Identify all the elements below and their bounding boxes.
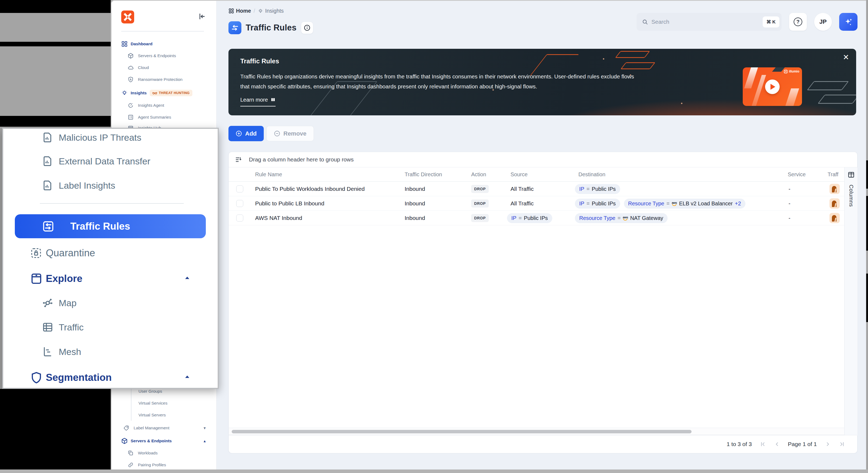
cell-direction: Inbound bbox=[405, 196, 425, 211]
sidebar-item-label: Dashboard bbox=[131, 41, 153, 47]
sidebar-item-servers-endpoints-section[interactable]: Servers & Endpoints ▲ bbox=[112, 435, 217, 447]
menu-item-quarantine[interactable]: Quarantine bbox=[3, 241, 218, 265]
menu-divider bbox=[40, 203, 184, 204]
menu-item-external-data-transfer[interactable]: External Data Transfer bbox=[3, 149, 218, 174]
breadcrumb-home[interactable]: Home bbox=[228, 8, 251, 14]
illumio-logo-icon[interactable] bbox=[121, 10, 134, 24]
prev-page-icon[interactable] bbox=[774, 441, 780, 447]
desktop-band bbox=[0, 389, 111, 470]
traffic-indicator-icon[interactable] bbox=[830, 213, 840, 223]
group-drop-zone[interactable]: Drag a column header here to group rows bbox=[229, 152, 857, 167]
cell-source: All Traffic bbox=[510, 182, 534, 196]
search-bar[interactable]: ⌘ K bbox=[637, 13, 781, 31]
source-chip[interactable]: IP=Public IPs bbox=[507, 213, 552, 223]
destination-chip[interactable]: Resource Type=awsNAT Gateway bbox=[575, 213, 668, 223]
menu-item-map[interactable]: Map bbox=[3, 291, 218, 315]
search-icon bbox=[642, 19, 648, 25]
menu-item-segmentation[interactable]: Segmentation bbox=[3, 365, 218, 390]
sidebar-divider bbox=[121, 31, 204, 32]
column-header-source[interactable]: Source bbox=[510, 167, 527, 182]
sidebar-item-label: Label Management bbox=[134, 425, 169, 431]
column-header-traffic[interactable]: Traff bbox=[828, 167, 838, 182]
page-indicator: Page 1 of 1 bbox=[788, 441, 817, 447]
avatar[interactable]: JP bbox=[814, 13, 832, 31]
sidebar-collapse-icon[interactable] bbox=[198, 13, 206, 21]
traffic-indicator-icon[interactable] bbox=[830, 198, 840, 209]
network-map-icon bbox=[41, 297, 54, 309]
video-thumbnail[interactable]: ✕illumio bbox=[743, 67, 802, 106]
row-checkbox[interactable] bbox=[236, 200, 243, 207]
cell-destination: IP=Public IPs Resource Type=awsELB v2 Lo… bbox=[575, 196, 745, 211]
sidebar-item-virtual-services[interactable]: Virtual Services bbox=[112, 397, 217, 409]
horizontal-scrollbar[interactable] bbox=[229, 428, 844, 435]
menu-item-malicious-ip-threats[interactable]: Malicious IP Threats bbox=[3, 125, 218, 150]
info-button[interactable] bbox=[301, 22, 313, 34]
sidebar-item-dashboard[interactable]: Dashboard bbox=[112, 38, 217, 50]
first-page-icon[interactable] bbox=[760, 441, 766, 447]
last-page-icon[interactable] bbox=[839, 441, 845, 447]
menu-item-traffic[interactable]: Traffic bbox=[3, 315, 218, 339]
remove-button[interactable]: Remove bbox=[267, 126, 314, 141]
table-row[interactable]: Public to Public LB Inbound Inbound DROP… bbox=[229, 196, 844, 211]
column-header-traffic-direction[interactable]: Traffic Direction bbox=[405, 167, 442, 182]
column-header-destination[interactable]: Destination bbox=[579, 167, 605, 182]
report-file-icon bbox=[41, 155, 54, 167]
plus-circle-icon bbox=[236, 130, 242, 137]
breadcrumb-insights[interactable]: Insights bbox=[258, 8, 284, 14]
add-button[interactable]: Add bbox=[228, 126, 264, 141]
destination-chip[interactable]: IP=Public IPs bbox=[575, 184, 620, 194]
next-page-icon[interactable] bbox=[825, 441, 831, 447]
sidebar-item-agent-summaries[interactable]: Agent Summaries bbox=[112, 111, 217, 123]
sidebar-item-label-management[interactable]: Label Management ▼ bbox=[112, 422, 217, 434]
scrollbar-thumb[interactable] bbox=[232, 430, 691, 433]
banner-decoration bbox=[807, 81, 849, 90]
action-badge: DROP bbox=[471, 214, 489, 222]
sidebar-item-insights[interactable]: Insights THREAT HUNTING bbox=[112, 87, 217, 99]
column-header-rule-name[interactable]: Rule Name bbox=[255, 167, 282, 182]
sidebar-item-virtual-servers[interactable]: Virtual Servers bbox=[112, 409, 217, 421]
menu-item-mesh[interactable]: Mesh bbox=[3, 339, 218, 364]
magnifier-overlay: Malicious IP Threats External Data Trans… bbox=[2, 128, 219, 389]
search-input[interactable] bbox=[651, 19, 763, 25]
columns-panel-toggle[interactable]: Columns bbox=[844, 167, 858, 436]
sidebar-item-pairing-profiles[interactable]: Pairing Profiles bbox=[112, 459, 217, 470]
destination-chip[interactable]: Resource Type=awsELB v2 Load Balancer+2 bbox=[624, 199, 745, 209]
cell-rule-name: AWS NAT Inbound bbox=[255, 211, 302, 225]
sidebar-item-ransomware-protection[interactable]: Ransomware Protection bbox=[112, 73, 217, 85]
ai-assistant-button[interactable] bbox=[839, 13, 858, 31]
column-header-action[interactable]: Action bbox=[471, 167, 486, 182]
banner-title: Traffic Rules bbox=[240, 57, 279, 65]
list-box-icon bbox=[128, 114, 134, 120]
banner-close-icon[interactable]: ✕ bbox=[843, 54, 849, 61]
destination-chip[interactable]: IP=Public IPs bbox=[575, 199, 620, 209]
traffic-indicator-icon[interactable] bbox=[830, 184, 840, 194]
menu-item-traffic-rules-active[interactable]: Traffic Rules bbox=[15, 214, 206, 238]
desktop-band bbox=[0, 42, 111, 47]
row-checkbox[interactable] bbox=[236, 214, 243, 221]
help-button[interactable]: ? bbox=[789, 13, 807, 31]
table-row[interactable]: Public To Public Workloads Inbound Denie… bbox=[229, 182, 844, 196]
app-window: Dashboard Servers & Endpoints Cloud Rans… bbox=[111, 0, 866, 470]
sidebar-item-label: Pairing Profiles bbox=[138, 463, 166, 467]
illumio-brand: ✕illumio bbox=[784, 69, 799, 73]
row-checkbox[interactable] bbox=[236, 185, 243, 193]
menu-item-label-insights[interactable]: Label Insights bbox=[3, 173, 218, 198]
sidebar-item-label: Ransomware Protection bbox=[138, 77, 182, 82]
more-count[interactable]: +2 bbox=[735, 201, 741, 207]
cell-source: All Traffic bbox=[510, 196, 534, 211]
sidebar-item-servers-endpoints[interactable]: Servers & Endpoints bbox=[112, 50, 217, 62]
play-button[interactable] bbox=[765, 80, 780, 94]
sidebar-item-cloud[interactable]: Cloud bbox=[112, 62, 217, 73]
column-header-service[interactable]: Service bbox=[788, 167, 806, 182]
menu-item-explore[interactable]: Explore bbox=[3, 266, 218, 291]
table-row[interactable]: AWS NAT Inbound Inbound DROP IP=Public I… bbox=[229, 211, 844, 225]
main-content: Home / Insights ⌘ K ? JP bbox=[217, 1, 866, 470]
sidebar-item-insights-agent[interactable]: Insights Agent bbox=[112, 99, 217, 111]
page-title-row: Traffic Rules bbox=[228, 21, 313, 34]
sidebar-item-workloads[interactable]: Workloads bbox=[112, 447, 217, 459]
desktop-bottom-strip bbox=[0, 470, 868, 473]
learn-more-link[interactable]: Learn more bbox=[240, 97, 276, 107]
row-range: 1 to 3 of 3 bbox=[726, 441, 752, 447]
archive-box-icon bbox=[30, 272, 43, 285]
table-header-row: Rule Name Traffic Direction Action Sourc… bbox=[229, 167, 844, 182]
